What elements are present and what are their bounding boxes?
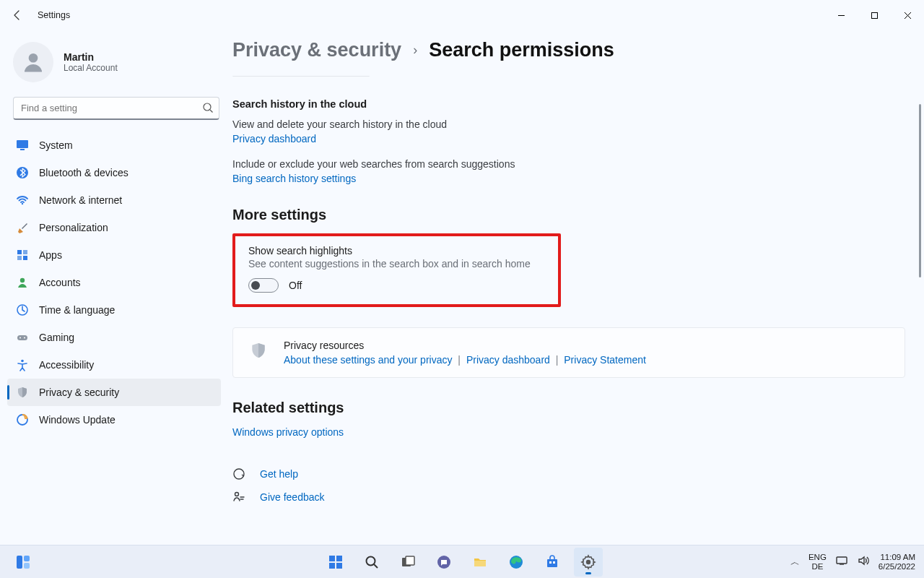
tray-language[interactable]: ENG DE xyxy=(808,553,827,570)
about-settings-privacy-link[interactable]: About these settings and your privacy xyxy=(284,354,452,366)
svg-rect-9 xyxy=(17,256,22,260)
setting-desc: See content suggestions in the search bo… xyxy=(248,258,545,269)
user-account[interactable]: Martin Local Account xyxy=(7,30,225,88)
edge-button[interactable] xyxy=(502,548,531,577)
svg-point-19 xyxy=(235,493,239,496)
teams-chat-button[interactable] xyxy=(430,548,458,577)
update-icon xyxy=(16,413,29,426)
scrollbar-thumb[interactable] xyxy=(919,104,921,277)
start-button[interactable] xyxy=(321,548,350,577)
breadcrumb: Privacy & security › Search permissions xyxy=(232,39,905,61)
get-help-link[interactable]: Get help xyxy=(260,468,298,480)
more-settings-heading: More settings xyxy=(232,207,905,223)
nav-time-language[interactable]: Time & language xyxy=(7,296,221,324)
svg-rect-26 xyxy=(336,563,342,569)
svg-rect-35 xyxy=(553,561,555,564)
highlight-box: Show search highlights See content sugge… xyxy=(232,233,561,307)
windows-privacy-options-link[interactable]: Windows privacy options xyxy=(232,426,344,438)
svg-point-18 xyxy=(234,469,244,479)
widgets-button[interactable] xyxy=(9,548,38,577)
svg-rect-4 xyxy=(20,149,25,150)
nav-personalization[interactable]: Personalization xyxy=(7,214,221,241)
person-icon xyxy=(16,276,29,289)
back-button[interactable] xyxy=(7,5,27,25)
svg-point-14 xyxy=(19,337,21,339)
nav-label: Apps xyxy=(39,249,62,261)
accessibility-icon xyxy=(16,358,29,371)
bluetooth-icon xyxy=(16,166,29,179)
privacy-dashboard-link[interactable]: Privacy dashboard xyxy=(466,354,550,366)
section-desc: Include or exclude your web searches fro… xyxy=(232,158,905,170)
monitor-icon xyxy=(16,139,29,152)
clock-globe-icon xyxy=(16,303,29,316)
cloud-history-section: Search history in the cloud View and del… xyxy=(232,98,905,185)
svg-rect-31 xyxy=(474,561,486,566)
nav-label: Personalization xyxy=(39,222,108,233)
nav-windows-update[interactable]: Windows Update xyxy=(7,406,221,434)
tray-clock[interactable]: 11:09 AM 6/25/2022 xyxy=(879,553,915,571)
nav-label: Windows Update xyxy=(39,414,116,426)
shield-icon xyxy=(249,341,268,360)
svg-point-6 xyxy=(22,203,23,204)
svg-rect-25 xyxy=(329,563,335,569)
minimize-button[interactable] xyxy=(824,0,858,30)
nav-network[interactable]: Network & internet xyxy=(7,186,221,214)
breadcrumb-parent[interactable]: Privacy & security xyxy=(232,39,401,61)
svg-rect-20 xyxy=(17,556,22,569)
section-heading: Search history in the cloud xyxy=(232,98,905,110)
svg-rect-10 xyxy=(23,256,27,260)
nav-label: Accessibility xyxy=(39,359,94,371)
card-title: Privacy resources xyxy=(284,340,646,351)
nav-label: Network & internet xyxy=(39,194,122,206)
nav-gaming[interactable]: Gaming xyxy=(7,324,221,351)
search-input[interactable] xyxy=(13,97,219,120)
store-button[interactable] xyxy=(538,548,567,577)
svg-rect-13 xyxy=(17,335,27,340)
give-feedback-link[interactable]: Give feedback xyxy=(260,491,325,503)
help-icon xyxy=(232,467,245,480)
nav-accessibility[interactable]: Accessibility xyxy=(7,351,221,379)
nav-list: System Bluetooth & devices Network & int… xyxy=(7,131,225,434)
nav-bluetooth[interactable]: Bluetooth & devices xyxy=(7,159,221,186)
file-explorer-button[interactable] xyxy=(466,548,494,577)
maximize-button[interactable] xyxy=(858,0,891,30)
privacy-dashboard-link[interactable]: Privacy dashboard xyxy=(232,133,316,144)
tray-network-icon[interactable] xyxy=(835,554,848,569)
svg-rect-23 xyxy=(329,556,335,561)
nav-label: Accounts xyxy=(39,277,81,288)
taskbar-search-button[interactable] xyxy=(357,548,386,577)
nav-label: System xyxy=(39,139,73,151)
svg-rect-37 xyxy=(837,557,847,564)
toggle-state-label: Off xyxy=(289,280,302,291)
nav-label: Time & language xyxy=(39,304,115,316)
tray-chevron-icon[interactable]: ︿ xyxy=(790,556,800,569)
gamepad-icon xyxy=(16,331,29,344)
svg-point-2 xyxy=(204,103,211,111)
svg-rect-33 xyxy=(547,559,557,567)
nav-apps[interactable]: Apps xyxy=(7,241,221,269)
chevron-right-icon: › xyxy=(413,43,417,58)
related-settings-heading: Related settings xyxy=(232,400,905,416)
svg-rect-8 xyxy=(23,250,27,254)
svg-rect-34 xyxy=(549,561,552,564)
svg-rect-22 xyxy=(24,563,30,569)
svg-point-36 xyxy=(586,559,590,564)
settings-button[interactable] xyxy=(574,548,603,577)
shield-icon xyxy=(16,386,29,399)
search-highlights-toggle[interactable] xyxy=(248,278,279,293)
task-view-button[interactable] xyxy=(393,548,422,577)
main-content: Privacy & security › Search permissions … xyxy=(225,30,924,545)
svg-point-15 xyxy=(24,337,25,339)
tray-volume-icon[interactable] xyxy=(857,554,870,569)
search-icon xyxy=(202,102,214,116)
svg-rect-3 xyxy=(17,140,28,148)
page-title: Search permissions xyxy=(429,39,614,61)
bing-history-settings-link[interactable]: Bing search history settings xyxy=(232,173,356,184)
feedback-icon xyxy=(232,491,245,504)
nav-accounts[interactable]: Accounts xyxy=(7,269,221,296)
nav-system[interactable]: System xyxy=(7,131,221,159)
nav-privacy-security[interactable]: Privacy & security xyxy=(7,379,221,406)
svg-point-1 xyxy=(29,53,38,63)
privacy-statement-link[interactable]: Privacy Statement xyxy=(564,354,646,366)
close-button[interactable] xyxy=(891,0,924,30)
